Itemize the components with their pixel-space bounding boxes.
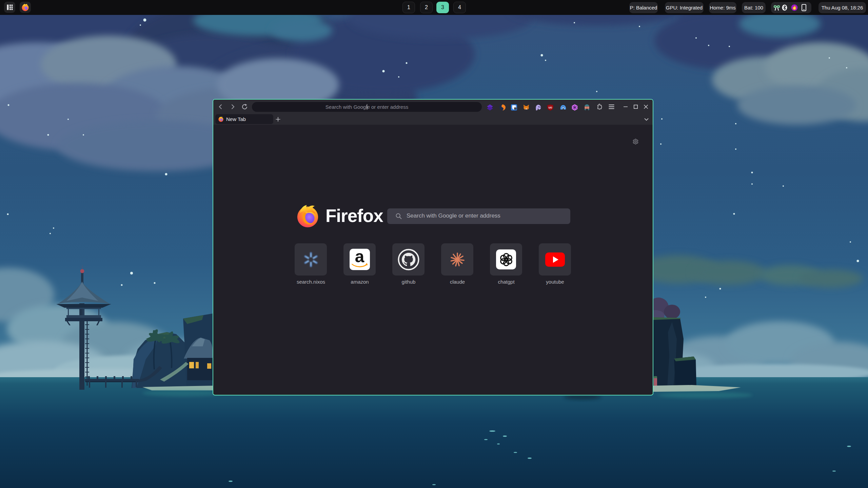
svg-text:UO: UO xyxy=(549,106,552,109)
